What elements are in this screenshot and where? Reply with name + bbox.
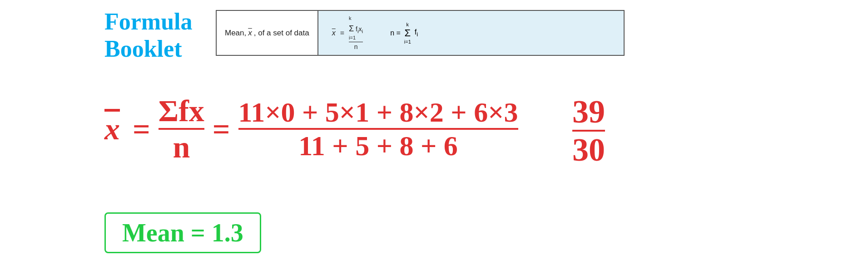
formula-reference-box: Mean, x , of a set of data x = k Σ fixi … [216,10,625,56]
title-line1: Formula [104,8,193,35]
mean-result-label: Mean = 1.3 [122,219,243,247]
title-block: Formula Booklet [104,8,193,63]
formula-sigma-sum: k Σ i=1 [404,22,411,44]
formula-mean-eq: x = k Σ fixi i=1 n [332,15,363,50]
lhs-xbar: x [104,111,120,147]
equals1: = [133,113,150,144]
formula-fraction: k Σ fixi i=1 n [349,15,363,50]
sigma-fx-numerator: Σfx [159,95,204,130]
result-numerator: 39 [572,95,605,132]
formula-box-label: Mean, x , of a set of data [217,11,318,55]
expansion-denominator: 11 + 5 + 8 + 6 [298,132,458,160]
expansion-fraction: 11×0 + 5×1 + 8×2 + 6×3 11 + 5 + 8 + 6 [238,98,518,160]
result-denominator: 30 [572,133,605,166]
equals2: = [213,113,230,144]
formula-denominator: n [354,43,358,50]
result-fraction: 39 30 [572,95,605,166]
sigma-fx-denominator: n [173,132,190,162]
formula-n-eq: n = k Σ i=1 fi [390,22,418,44]
formula-numerator: k Σ fixi i=1 [349,15,363,42]
formula-box-content: x = k Σ fixi i=1 n n = k Σ i=1 [318,11,624,55]
sigma-fx-over-n: Σfx n [159,95,204,162]
main-calculation: x = Σfx n = 11×0 + 5×1 + 8×2 + 6×3 11 + … [104,95,518,162]
title-line2: Booklet [104,35,193,63]
mean-result-box: Mean = 1.3 [104,212,261,253]
page: Formula Booklet Mean, x , of a set of da… [0,0,868,275]
expansion-numerator: 11×0 + 5×1 + 8×2 + 6×3 [238,98,518,130]
